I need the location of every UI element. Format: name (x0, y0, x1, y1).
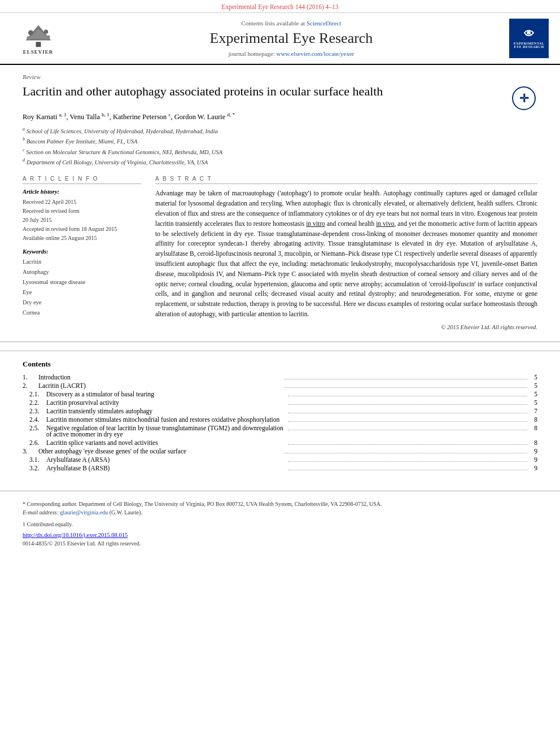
toc-dots-2-2 (288, 404, 528, 405)
journal-title: Experimental Eye Research (79, 30, 504, 47)
crossmark-icon: ✛ (512, 86, 536, 110)
contents-title: Contents (23, 360, 537, 369)
toc-num-2-5: 2.5. (23, 425, 46, 432)
main-content: Review Lacritin and other autophagy asso… (0, 65, 560, 342)
journal-header-right: 👁 EXPERIMENTAL EYE RESEARCH (504, 19, 549, 58)
toc-page-3-1: 9 (529, 457, 537, 464)
doi-anchor[interactable]: http://dx.doi.org/10.1016/j.exer.2015.08… (23, 532, 128, 538)
toc-title-2: Lacritin (LACRT) (38, 383, 282, 390)
elsevier-logo-area: ELSEVIER (11, 21, 79, 55)
toc-page-2-5: 8 (529, 425, 537, 432)
main-divider (0, 351, 560, 351)
affiliations: a School of Life Sciences, University of… (23, 126, 537, 167)
toc-title-1: Introduction (38, 374, 282, 381)
issn-line: 0014-4835/© 2015 Elsevier Ltd. All right… (23, 540, 537, 547)
toc-page-2-4: 8 (529, 417, 537, 423)
toc-num-2: 2. (23, 383, 38, 390)
toc-title-2-2: Lacritin prosurvival activity (46, 400, 286, 407)
toc-item-1: 1. Introduction 5 (23, 374, 537, 381)
two-column-layout: A R T I C L E I N F O Article history: R… (23, 176, 537, 330)
eye-icon: 👁 (524, 28, 535, 40)
article-info-column: A R T I C L E I N F O Article history: R… (23, 176, 141, 330)
toc-num-3-1: 3.1. (23, 457, 46, 464)
svg-point-3 (28, 30, 33, 35)
copyright-line: © 2015 Elsevier Ltd. All rights reserved… (155, 324, 537, 330)
toc-dots-1 (284, 379, 528, 379)
toc-item-2-6: 2.6. Lacritin splice variants and novel … (23, 440, 537, 447)
toc-dots-3-2 (288, 470, 528, 470)
toc-title-2-6: Lacritin splice variants and novel activ… (46, 440, 286, 447)
keyword-5: Dry eye (23, 298, 141, 308)
toc-list: 1. Introduction 5 2. Lacritin (LACRT) 5 … (23, 374, 537, 472)
toc-page-1: 5 (529, 374, 537, 381)
contents-line: Contents lists available at ScienceDirec… (79, 20, 504, 27)
toc-num-3: 3. (23, 448, 38, 455)
toc-num-2-6: 2.6. (23, 440, 46, 447)
journal-logo-text: EXPERIMENTAL EYE RESEARCH (512, 42, 546, 49)
toc-item-3: 3. Other autophagy 'eye disease genes' o… (23, 448, 537, 455)
article-title: Lacritin and other autophagy associated … (23, 84, 383, 100)
sciencedirect-link[interactable]: ScienceDirect (307, 20, 342, 27)
history-received: Received 22 April 2015 (23, 198, 141, 207)
history-label: Article history: (23, 189, 141, 195)
abstract-heading: A B S T R A C T (155, 176, 537, 184)
history-accepted: Accepted in revised form 18 August 2015 (23, 225, 141, 234)
homepage-link[interactable]: www.elsevier.com/locate/yexer (276, 50, 354, 57)
svg-point-4 (43, 29, 47, 33)
toc-title-3: Other autophagy 'eye disease genes' of t… (38, 448, 282, 455)
crossmark-logo: ✛ (512, 86, 537, 112)
toc-item-3-2: 3.2. Arylsulfatase B (ARSB) 9 (23, 465, 537, 472)
toc-item-2-3: 2.3. Lacritin transiently stimulates aut… (23, 408, 537, 415)
keywords-label: Keywords: (23, 248, 141, 255)
history-revised-label: Received in revised form (23, 207, 141, 216)
toc-num-3-2: 3.2. (23, 465, 46, 472)
toc-page-2: 5 (529, 383, 537, 390)
contents-section: Contents 1. Introduction 5 2. Lacritin (… (0, 360, 560, 485)
abstract-column: A B S T R A C T Advantage may be taken o… (155, 176, 537, 330)
keyword-6: Cornea (23, 308, 141, 318)
toc-title-2-4: Lacritin monomer stimulates mitochondria… (46, 417, 286, 423)
toc-dots-2-1 (288, 396, 528, 396)
toc-dots-3 (284, 453, 528, 453)
toc-page-3-2: 9 (529, 465, 537, 472)
keyword-2: Autophagy (23, 267, 141, 277)
article-history: Received 22 April 2015 Received in revis… (23, 198, 141, 243)
email-link[interactable]: glaurie@virginia.edu (60, 509, 108, 516)
toc-num-2-1: 2.1. (23, 391, 46, 398)
top-bar: Experimental Eye Research 144 (2016) 4–1… (0, 0, 560, 13)
toc-num-2-3: 2.3. (23, 408, 46, 415)
toc-title-3-2: Arylsulfatase B (ARSB) (46, 465, 286, 472)
doi-link: http://dx.doi.org/10.1016/j.exer.2015.08… (23, 532, 537, 538)
toc-title-2-1: Discovery as a stimulator of basal teari… (46, 391, 286, 398)
toc-page-2-6: 8 (529, 440, 537, 447)
toc-title-2-5: Negative regulation of tear lacritin by … (46, 425, 286, 438)
svg-point-6 (47, 35, 50, 38)
history-online: Available online 25 August 2015 (23, 234, 141, 243)
svg-point-5 (27, 36, 29, 39)
toc-item-2-1: 2.1. Discovery as a stimulator of basal … (23, 391, 537, 398)
abstract-text: Advantage may be taken of macroautophagy… (155, 189, 537, 320)
toc-item-2-5: 2.5. Negative regulation of tear lacriti… (23, 425, 537, 438)
toc-dots-2 (284, 387, 528, 388)
toc-item-3-1: 3.1. Arylsulfatase A (ARSA) 9 (23, 457, 537, 464)
toc-num-1: 1. (23, 374, 38, 381)
toc-page-2-3: 7 (529, 408, 537, 415)
title-row: Lacritin and other autophagy associated … (23, 84, 537, 112)
toc-title-2-3: Lacritin transiently stimulates autophag… (46, 408, 286, 415)
journal-header: ELSEVIER Contents lists available at Sci… (0, 13, 560, 65)
toc-item-2-2: 2.2. Lacritin prosurvival activity 5 (23, 400, 537, 407)
toc-page-2-2: 5 (529, 400, 537, 407)
toc-dots-2-4 (288, 421, 528, 422)
toc-item-2: 2. Lacritin (LACRT) 5 (23, 383, 537, 390)
homepage-line: journal homepage: www.elsevier.com/locat… (79, 50, 504, 57)
toc-page-2-1: 5 (529, 391, 537, 398)
toc-num-2-4: 2.4. (23, 417, 46, 423)
svg-rect-0 (36, 42, 41, 47)
journal-header-center: Contents lists available at ScienceDirec… (79, 20, 504, 57)
keywords-list: Lacritin Autophagy Lysosomal storage dis… (23, 257, 141, 317)
keyword-4: Eye (23, 287, 141, 298)
contributed-note: 1 Contributed equally. (23, 520, 537, 528)
journal-logo-box: 👁 EXPERIMENTAL EYE RESEARCH (509, 19, 549, 58)
journal-citation: Experimental Eye Research 144 (2016) 4–1… (221, 3, 338, 10)
keyword-1: Lacritin (23, 257, 141, 267)
